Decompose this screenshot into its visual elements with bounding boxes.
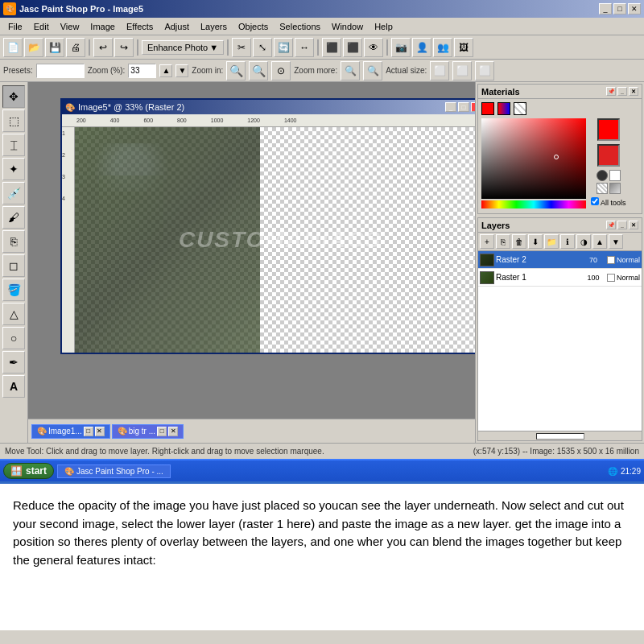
save-button[interactable]: 💾 — [45, 38, 64, 57]
menu-help[interactable]: Help — [369, 20, 398, 33]
actual-size-button[interactable]: ⬜ — [452, 61, 472, 80]
menu-file[interactable]: File — [3, 20, 27, 33]
menu-selections[interactable]: Selections — [275, 20, 325, 33]
menu-effects[interactable]: Effects — [122, 20, 158, 33]
zoom-down-button[interactable]: ▼ — [175, 64, 188, 77]
pattern-swatch[interactable] — [514, 102, 526, 115]
clone-tool[interactable]: ⎘ — [2, 230, 25, 253]
group-layer-button[interactable]: 📁 — [544, 234, 559, 249]
current-color-display[interactable] — [597, 118, 620, 141]
extra-button-3[interactable]: 👥 — [433, 38, 452, 57]
image-maximize-button[interactable]: □ — [458, 102, 469, 112]
blur-button[interactable]: ⬛ — [343, 38, 362, 57]
materials-close-button[interactable]: ✕ — [629, 87, 638, 96]
layer-visibility-raster1[interactable] — [607, 274, 615, 282]
flip-button[interactable]: ↔ — [295, 38, 314, 57]
text-tool[interactable]: A — [2, 375, 25, 398]
zoom-more-1-button[interactable]: 🔍 — [341, 61, 360, 80]
close-button[interactable]: ✕ — [628, 3, 641, 14]
color-picker[interactable] — [481, 118, 586, 199]
open-button[interactable]: 📂 — [24, 38, 43, 57]
new-button[interactable]: 📄 — [3, 38, 23, 57]
magic-wand-tool[interactable]: ✦ — [2, 158, 25, 180]
hue-slider[interactable] — [481, 200, 586, 208]
layer-opacity-raster1[interactable]: 100 — [581, 274, 605, 282]
resize-button[interactable]: ⤡ — [253, 38, 272, 57]
secondary-color-display[interactable] — [597, 144, 620, 167]
merge-layer-button[interactable]: ⬇ — [528, 234, 543, 249]
gradient-swatch[interactable] — [497, 102, 510, 115]
canvas-inner[interactable]: CUSTOMANIACS — [75, 127, 475, 353]
paint-tool[interactable]: 🖌 — [2, 206, 25, 229]
maximize-button[interactable]: □ — [613, 3, 626, 14]
layer-props-button[interactable]: ℹ — [560, 234, 575, 249]
menu-adjust[interactable]: Adjust — [159, 20, 194, 33]
redo-button[interactable]: ↪ — [114, 38, 134, 57]
transparent-swatch[interactable] — [597, 183, 608, 194]
materials-pin-button[interactable]: 📌 — [606, 87, 616, 96]
layers-pin-button[interactable]: 📌 — [606, 221, 616, 229]
image-close-button[interactable]: ✕ — [471, 102, 475, 112]
dodge-tool[interactable]: ○ — [2, 327, 25, 349]
sharpen-button[interactable]: ⬛ — [322, 38, 341, 57]
duplicate-layer-button[interactable]: ⎘ — [496, 234, 510, 249]
extra-button-2[interactable]: 👤 — [412, 38, 431, 57]
rotate-button[interactable]: 🔄 — [274, 38, 293, 57]
thumbnail-bigtr[interactable]: 🎨 big tr ... □ ✕ — [112, 424, 184, 439]
crop-button[interactable]: ✂ — [232, 38, 251, 57]
image-minimize-button[interactable]: _ — [445, 102, 456, 112]
sharpen-tool[interactable]: △ — [2, 303, 25, 325]
move-tool[interactable]: ✥ — [2, 85, 25, 108]
menu-layers[interactable]: Layers — [196, 20, 232, 33]
fill-tool[interactable]: 🪣 — [2, 279, 25, 301]
layer-opacity-raster2[interactable]: 70 — [581, 256, 605, 264]
zoom-in-button[interactable]: 🔍 — [226, 61, 246, 80]
taskbar-psp[interactable]: 🎨 Jasc Paint Shop Pro - ... — [57, 464, 171, 478]
delete-layer-button[interactable]: 🗑 — [512, 234, 526, 249]
menu-image[interactable]: Image — [85, 20, 120, 33]
thumb-restore-2[interactable]: □ — [157, 427, 167, 436]
layer-mask-button[interactable]: ◑ — [576, 234, 591, 249]
layer-visibility-raster2[interactable] — [607, 256, 615, 264]
extra-button-1[interactable]: 📷 — [391, 38, 411, 57]
fit-button[interactable]: ⬜ — [430, 61, 449, 80]
zoom-out-button[interactable]: 🔍 — [249, 61, 268, 80]
start-button[interactable]: 🪟 start — [3, 463, 54, 479]
menu-edit[interactable]: Edit — [29, 20, 54, 33]
freehand-tool[interactable]: ⌶ — [2, 134, 25, 156]
thumb-close-1[interactable]: ✕ — [95, 427, 105, 436]
thumb-close-2[interactable]: ✕ — [168, 427, 178, 436]
menu-objects[interactable]: Objects — [233, 20, 273, 33]
dropper-tool[interactable]: 💉 — [2, 182, 25, 204]
black-swatch[interactable] — [597, 170, 608, 181]
white-swatch[interactable] — [609, 170, 621, 181]
extra-button-4[interactable]: 🖼 — [454, 38, 473, 57]
undo-button[interactable]: ↩ — [93, 38, 113, 57]
foreground-color-swatch[interactable] — [481, 102, 494, 115]
layers-close-button[interactable]: ✕ — [629, 221, 638, 229]
redeye-button[interactable]: 👁 — [364, 38, 383, 57]
enhance-photo-button[interactable]: Enhance Photo ▼ — [142, 40, 224, 55]
layers-scroll-thumb[interactable] — [536, 433, 584, 440]
layer-move-up-button[interactable]: ▲ — [592, 234, 607, 249]
print-button[interactable]: 🖨 — [66, 38, 85, 57]
layer-row-raster2[interactable]: Raster 2 70 Normal — [478, 251, 642, 269]
eraser-tool[interactable]: ◻ — [2, 254, 25, 277]
layer-move-down-button[interactable]: ▼ — [609, 234, 623, 249]
layers-minimize-button[interactable]: _ — [617, 221, 627, 229]
zoom-more-2-button[interactable]: 🔍 — [363, 61, 382, 80]
pen-tool[interactable]: ✒ — [2, 351, 25, 374]
gradient-option[interactable] — [609, 183, 621, 194]
menu-view[interactable]: View — [56, 20, 85, 33]
all-tools-checkbox[interactable]: All tools — [591, 197, 626, 207]
thumbnail-image1[interactable]: 🎨 Image1... □ ✕ — [31, 424, 110, 439]
select-tool[interactable]: ⬚ — [2, 109, 25, 132]
menu-window[interactable]: Window — [327, 20, 368, 33]
fit-all-button[interactable]: ⬜ — [475, 61, 494, 80]
layer-row-raster1[interactable]: Raster 1 100 Normal — [478, 269, 642, 287]
new-layer-button[interactable]: + — [480, 234, 494, 249]
zoom-input[interactable] — [128, 64, 156, 78]
layers-scrollbar[interactable] — [478, 431, 642, 440]
zoom-up-button[interactable]: ▲ — [159, 64, 172, 77]
materials-minimize-button[interactable]: _ — [617, 87, 627, 96]
